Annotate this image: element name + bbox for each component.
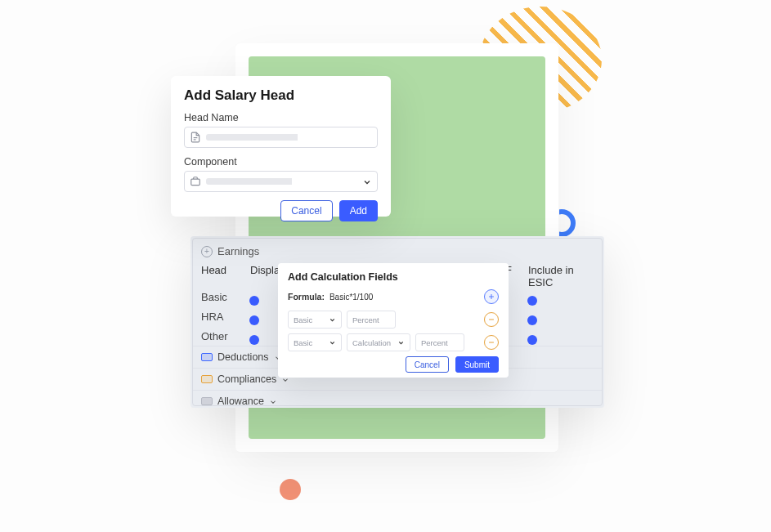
add-salary-head-card: Add Salary Head Head Name Component Canc…	[171, 76, 391, 217]
accordion-label: Deductions	[217, 351, 269, 363]
select-value: Basic	[294, 315, 312, 324]
field-select-calculation[interactable]: Calculation	[347, 333, 410, 351]
percent-input[interactable]: Percent	[347, 311, 396, 329]
component-label: Component	[184, 156, 378, 168]
component-icon	[190, 176, 201, 187]
svg-rect-2	[191, 179, 200, 186]
field-select-basic[interactable]: Basic	[288, 311, 342, 329]
head-name-label: Head Name	[184, 112, 378, 123]
input-placeholder: Percent	[421, 338, 448, 347]
plus-icon	[487, 293, 495, 301]
decor-dot	[280, 479, 301, 500]
formula-label: Formula:	[288, 292, 325, 302]
card-title: Add Salary Head	[184, 87, 378, 104]
component-placeholder	[206, 178, 362, 185]
chevron-down-icon	[269, 398, 277, 406]
head-name-input[interactable]	[184, 127, 378, 148]
remove-row-button[interactable]	[484, 312, 499, 327]
row-head-label: Other	[201, 330, 250, 342]
deductions-icon	[201, 353, 213, 361]
chevron-down-icon	[362, 177, 372, 187]
calc-row-2: Basic Calculation Percent	[288, 333, 499, 351]
add-row-button[interactable]	[484, 289, 499, 304]
input-placeholder: Percent	[352, 315, 379, 324]
cancel-button[interactable]: Cancel	[280, 200, 332, 221]
row-head-label: Basic	[201, 291, 250, 303]
add-calculation-card: Add Calculation Fields Formula: Basic*1/…	[278, 263, 509, 378]
chevron-down-icon	[329, 316, 336, 324]
percent-input[interactable]: Percent	[415, 333, 464, 351]
calc-submit-button[interactable]: Submit	[455, 356, 499, 373]
calc-row-1: Basic Percent	[288, 311, 499, 329]
calc-cancel-button[interactable]: Cancel	[406, 356, 449, 373]
col-head: Head	[201, 264, 250, 276]
accordion-allowance[interactable]: Allowance	[193, 390, 602, 408]
select-value: Basic	[294, 338, 312, 347]
field-select-basic[interactable]: Basic	[288, 333, 342, 351]
col-esic: Include in ESIC	[528, 264, 594, 288]
remove-row-button[interactable]	[484, 335, 499, 350]
row-head-label: HRA	[201, 311, 250, 323]
earnings-title: Earnings	[217, 245, 259, 257]
chevron-down-icon	[329, 339, 336, 346]
col-pf-suffix: F	[505, 264, 528, 276]
head-name-placeholder	[206, 134, 372, 141]
component-select[interactable]	[184, 171, 378, 192]
earnings-section-header[interactable]: + Earnings	[193, 239, 602, 264]
minus-icon	[487, 315, 495, 324]
calc-title: Add Calculation Fields	[288, 271, 499, 283]
accordion-label: Compliances	[217, 373, 276, 385]
compliances-icon	[201, 375, 213, 383]
accordion-label: Allowance	[217, 396, 264, 407]
document-icon	[190, 132, 201, 143]
allowance-icon	[201, 397, 213, 405]
chevron-down-icon	[397, 339, 405, 346]
select-value: Calculation	[352, 338, 391, 347]
formula-value: Basic*1/100	[329, 293, 373, 302]
add-button[interactable]: Add	[339, 200, 378, 221]
minus-icon	[487, 338, 495, 346]
add-earning-icon[interactable]: +	[201, 246, 213, 257]
